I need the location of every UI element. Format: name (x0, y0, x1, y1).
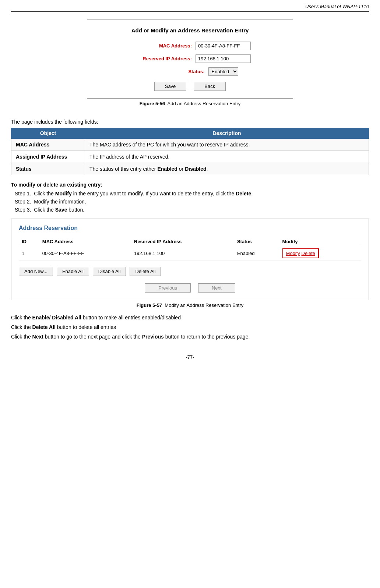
mac-input[interactable] (196, 42, 251, 50)
mac-label: MAC Address: (129, 43, 192, 49)
figure57-caption: Figure 5-57 Modify an Address Reservatio… (11, 302, 369, 308)
step2: Step 2. Modify the information. (11, 199, 369, 205)
obj-ip: Assigned IP Address (11, 151, 85, 163)
figure57-title: Address Reservation (19, 225, 361, 231)
ip-input[interactable] (196, 54, 251, 63)
page-header: User's Manual of WNAP-1110 (11, 4, 369, 12)
figure56-caption: Figure 5-56 Add an Address Reservation E… (140, 101, 241, 106)
delete-all-button[interactable]: Delete All (130, 267, 161, 276)
action-buttons: Add New... Enable All Disable All Delete… (19, 267, 361, 276)
col-mac: MAC Address (39, 237, 131, 246)
cell-mac: 00-30-4F-A8-FF-FF (39, 246, 131, 261)
status-row: Status: Enabled Disabled (98, 67, 282, 76)
previous-button[interactable]: Previous (145, 283, 191, 293)
page-header-title: User's Manual of WNAP-1110 (305, 4, 369, 9)
mac-address-row: MAC Address: (98, 42, 282, 50)
fig56-buttons: Save Back (98, 82, 282, 91)
bottom-line-3: Click the Next button to go to the next … (11, 334, 369, 340)
table-row: Assigned IP Address The IP address of th… (11, 151, 369, 163)
save-button[interactable]: Save (154, 82, 187, 91)
enable-all-button[interactable]: Enable All (57, 267, 89, 276)
col-modify: Modify (279, 237, 361, 246)
back-button[interactable]: Back (194, 82, 226, 91)
table-row: Status The status of this entry either E… (11, 163, 369, 175)
table-row: 1 00-30-4F-A8-FF-FF 192.168.1.100 Enable… (19, 246, 361, 261)
next-button[interactable]: Next (198, 283, 235, 293)
step3: Step 3. Click the Save button. (11, 207, 369, 213)
status-select[interactable]: Enabled Disabled (208, 67, 238, 76)
cell-id: 1 (19, 246, 39, 261)
status-label: Status: (142, 69, 205, 74)
nav-buttons: Previous Next (19, 283, 361, 293)
modify-heading: To modify or delete an existing entry: (11, 182, 369, 188)
figure56-box: Add or Modify an Address Reservation Ent… (87, 20, 293, 99)
modify-link[interactable]: Modify (286, 251, 300, 256)
step1: Step 1. Click the Modify in the entry yo… (11, 191, 369, 196)
bottom-line-2: Click the Delete All button to delete al… (11, 324, 369, 330)
col-description: Description (85, 128, 369, 139)
ip-label: Reserved IP Address: (129, 56, 192, 61)
disable-all-button[interactable]: Disable All (93, 267, 126, 276)
ip-address-row: Reserved IP Address: (98, 54, 282, 63)
col-reserved-ip: Reserved IP Address (131, 237, 234, 246)
figure56-title: Add or Modify an Address Reservation Ent… (131, 27, 249, 33)
col-id: ID (19, 237, 39, 246)
desc-ip: The IP address of the AP reserved. (85, 151, 369, 163)
add-new-button[interactable]: Add New... (19, 267, 53, 276)
cell-status: Enabled (234, 246, 279, 261)
desc-mac: The MAC address of the PC for which you … (85, 139, 369, 151)
bottom-line-1: Click the Enable/ Disabled All button to… (11, 315, 369, 320)
intro-text: The page includes the following fields: (11, 119, 369, 125)
modify-section: To modify or delete an existing entry: S… (11, 182, 369, 213)
desc-status: The status of this entry either Enabled … (85, 163, 369, 175)
cell-ip: 192.168.1.100 (131, 246, 234, 261)
description-table: Object Description MAC Address The MAC a… (11, 128, 369, 175)
address-reservation-table: ID MAC Address Reserved IP Address Statu… (19, 237, 361, 261)
cell-modify[interactable]: Modify Delete (279, 246, 361, 261)
obj-mac: MAC Address (11, 139, 85, 151)
col-status: Status (234, 237, 279, 246)
figure57-box: Address Reservation ID MAC Address Reser… (11, 219, 369, 300)
table-row: MAC Address The MAC address of the PC fo… (11, 139, 369, 151)
delete-link[interactable]: Delete (302, 251, 316, 256)
obj-status: Status (11, 163, 85, 175)
page-number: -77- (11, 354, 369, 360)
col-object: Object (11, 128, 85, 139)
